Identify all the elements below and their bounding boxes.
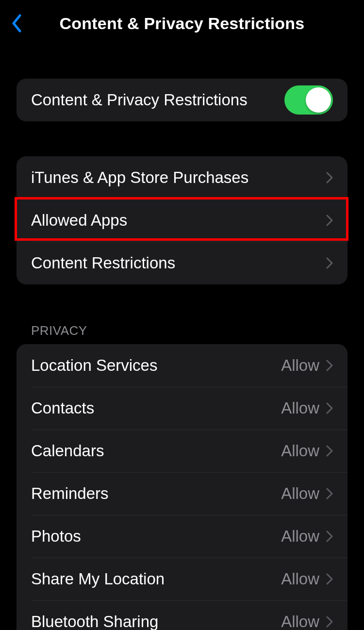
row-label: Reminders bbox=[31, 484, 281, 503]
privacy-location-services[interactable]: Location Services Allow bbox=[17, 344, 347, 387]
toggle-group: Content & Privacy Restrictions bbox=[17, 79, 347, 121]
nav-itunes-purchases[interactable]: iTunes & App Store Purchases bbox=[17, 156, 347, 199]
nav-label: Allowed Apps bbox=[31, 211, 326, 230]
nav-label: iTunes & App Store Purchases bbox=[31, 168, 326, 187]
row-label: Bluetooth Sharing bbox=[31, 613, 281, 630]
chevron-left-icon bbox=[11, 14, 22, 33]
row-value: Allow bbox=[281, 356, 319, 375]
row-value: Allow bbox=[281, 613, 319, 630]
row-label: Share My Location bbox=[31, 570, 281, 588]
privacy-bluetooth-sharing[interactable]: Bluetooth Sharing Allow bbox=[17, 600, 347, 630]
row-label: Contacts bbox=[31, 399, 281, 417]
chevron-right-icon bbox=[326, 488, 333, 499]
nav-allowed-apps[interactable]: Allowed Apps bbox=[17, 199, 347, 242]
nav-group: iTunes & App Store Purchases Allowed App… bbox=[17, 156, 347, 284]
toggle-label: Content & Privacy Restrictions bbox=[31, 91, 284, 109]
back-button[interactable] bbox=[7, 14, 26, 33]
chevron-right-icon bbox=[326, 402, 333, 414]
privacy-reminders[interactable]: Reminders Allow bbox=[17, 472, 347, 515]
row-label: Photos bbox=[31, 527, 281, 546]
page-title: Content & Privacy Restrictions bbox=[60, 14, 305, 33]
nav-content-restrictions[interactable]: Content Restrictions bbox=[17, 242, 347, 284]
toggle-knob bbox=[306, 87, 331, 113]
row-label: Location Services bbox=[31, 356, 281, 375]
privacy-share-my-location[interactable]: Share My Location Allow bbox=[17, 558, 347, 600]
header-bar: Content & Privacy Restrictions bbox=[0, 0, 364, 47]
chevron-right-icon bbox=[326, 445, 333, 457]
chevron-right-icon bbox=[326, 215, 333, 226]
nav-label: Content Restrictions bbox=[31, 254, 326, 272]
row-label: Calendars bbox=[31, 442, 281, 460]
row-value: Allow bbox=[281, 442, 319, 460]
row-value: Allow bbox=[281, 527, 319, 546]
privacy-calendars[interactable]: Calendars Allow bbox=[17, 430, 347, 472]
privacy-section-header: PRIVACY bbox=[31, 323, 347, 338]
chevron-right-icon bbox=[326, 172, 333, 183]
privacy-group: Location Services Allow Contacts Allow C… bbox=[17, 344, 347, 630]
chevron-right-icon bbox=[326, 531, 333, 542]
chevron-right-icon bbox=[326, 360, 333, 371]
toggle-switch[interactable] bbox=[284, 85, 333, 115]
row-value: Allow bbox=[281, 399, 319, 417]
chevron-right-icon bbox=[326, 616, 333, 628]
chevron-right-icon bbox=[326, 257, 333, 269]
content-privacy-toggle-row[interactable]: Content & Privacy Restrictions bbox=[17, 79, 347, 121]
privacy-photos[interactable]: Photos Allow bbox=[17, 515, 347, 558]
privacy-contacts[interactable]: Contacts Allow bbox=[17, 387, 347, 430]
row-value: Allow bbox=[281, 570, 319, 588]
chevron-right-icon bbox=[326, 573, 333, 585]
row-value: Allow bbox=[281, 484, 319, 503]
